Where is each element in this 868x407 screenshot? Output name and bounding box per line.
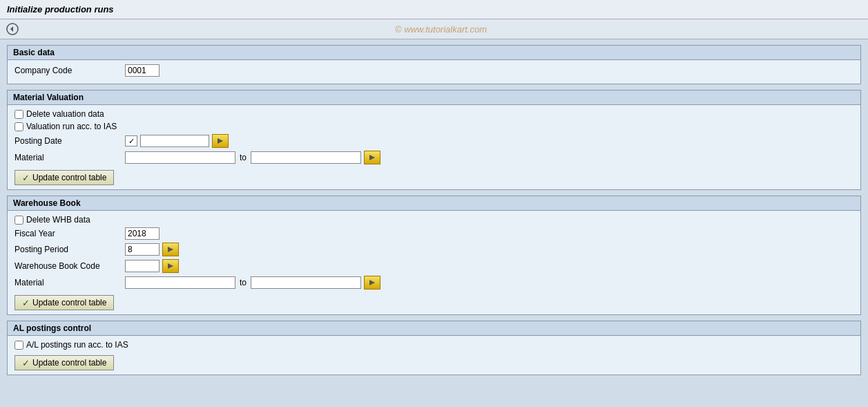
posting-date-nav-btn[interactable] (212, 134, 229, 148)
posting-date-check-box: ✓ (125, 135, 137, 146)
delete-whb-row: Delete WHB data (15, 215, 853, 225)
mv-material-label: Material (15, 153, 125, 162)
material-valuation-section: Material Valuation Delete valuation data… (7, 90, 861, 190)
al-postings-row: A/L postings run acc. to IAS (15, 340, 853, 350)
al-postings-checkbox[interactable] (15, 341, 23, 350)
whb-code-row: Warehouse Book Code (15, 259, 853, 273)
wb-to-label: to (240, 278, 247, 287)
delete-whb-label: Delete WHB data (26, 215, 90, 225)
basic-data-body: Company Code (8, 60, 860, 84)
watermark: © www.tutorialkart.com (19, 24, 862, 35)
posting-period-input[interactable] (125, 243, 160, 256)
valuation-run-checkbox[interactable] (15, 122, 23, 131)
mv-update-icon: ✓ (22, 173, 30, 183)
mv-material-nav-btn[interactable] (364, 151, 380, 164)
valuation-run-label: Valuation run acc. to IAS (26, 122, 117, 131)
company-code-row: Company Code (15, 64, 853, 77)
basic-data-section: Basic data Company Code (7, 45, 861, 84)
al-update-label: Update control table (32, 358, 106, 368)
basic-data-title: Basic data (8, 46, 860, 60)
company-code-input[interactable] (125, 64, 160, 77)
warehouse-book-section: Warehouse Book Delete WHB data Fiscal Ye… (7, 196, 861, 315)
al-update-btn[interactable]: ✓ Update control table (15, 355, 114, 370)
al-postings-section: AL postings control A/L postings run acc… (7, 321, 861, 375)
fiscal-year-label: Fiscal Year (15, 229, 125, 238)
posting-date-label: Posting Date (15, 136, 125, 146)
wb-update-icon: ✓ (22, 298, 30, 308)
main-content: Basic data Company Code Material Valuati… (0, 39, 868, 386)
svg-marker-3 (168, 247, 173, 252)
delete-valuation-checkbox[interactable] (15, 110, 23, 119)
svg-marker-1 (218, 138, 223, 144)
posting-period-label: Posting Period (15, 245, 125, 254)
svg-marker-5 (369, 280, 375, 285)
svg-marker-2 (369, 155, 375, 160)
fiscal-year-input[interactable] (125, 227, 160, 240)
wb-material-from-input[interactable] (125, 276, 235, 289)
warehouse-book-body: Delete WHB data Fiscal Year Posting Peri… (8, 211, 860, 314)
mv-update-label: Update control table (32, 173, 106, 182)
al-postings-body: A/L postings run acc. to IAS ✓ Update co… (8, 336, 860, 375)
delete-valuation-label: Delete valuation data (26, 109, 104, 119)
fiscal-year-row: Fiscal Year (15, 227, 853, 240)
al-postings-label: A/L postings run acc. to IAS (26, 340, 128, 350)
material-valuation-body: Delete valuation data Valuation run acc.… (8, 105, 860, 189)
valuation-run-row: Valuation run acc. to IAS (15, 122, 853, 131)
posting-period-row: Posting Period (15, 243, 853, 256)
wb-material-label: Material (15, 278, 125, 287)
wb-material-row: Material to (15, 276, 853, 290)
wb-update-btn[interactable]: ✓ Update control table (15, 295, 114, 310)
back-icon[interactable] (6, 22, 19, 36)
svg-marker-4 (168, 263, 173, 269)
page-title: Initialize production runs (7, 4, 861, 15)
company-code-label: Company Code (15, 66, 125, 75)
posting-date-input[interactable] (140, 135, 209, 147)
mv-material-row: Material to (15, 151, 853, 164)
whb-code-nav-btn[interactable] (162, 259, 179, 273)
material-valuation-title: Material Valuation (8, 91, 860, 105)
mv-to-label: to (240, 153, 247, 162)
al-postings-title: AL postings control (8, 321, 860, 336)
mv-material-from-input[interactable] (125, 151, 235, 164)
delete-whb-checkbox[interactable] (15, 216, 23, 225)
warehouse-book-title: Warehouse Book (8, 196, 860, 211)
wb-update-label: Update control table (32, 298, 106, 307)
wb-material-nav-btn[interactable] (364, 276, 380, 290)
posting-date-row: Posting Date ✓ (15, 134, 853, 148)
mv-material-to-input[interactable] (251, 151, 361, 164)
al-update-icon: ✓ (22, 358, 30, 368)
toolbar: © www.tutorialkart.com (0, 19, 868, 39)
whb-code-label: Warehouse Book Code (15, 261, 125, 271)
whb-code-input[interactable] (125, 260, 160, 272)
delete-valuation-row: Delete valuation data (15, 109, 853, 119)
wb-material-to-input[interactable] (251, 276, 361, 289)
mv-update-btn[interactable]: ✓ Update control table (15, 170, 114, 185)
title-bar: Initialize production runs (0, 0, 868, 19)
posting-period-nav-btn[interactable] (162, 243, 179, 256)
